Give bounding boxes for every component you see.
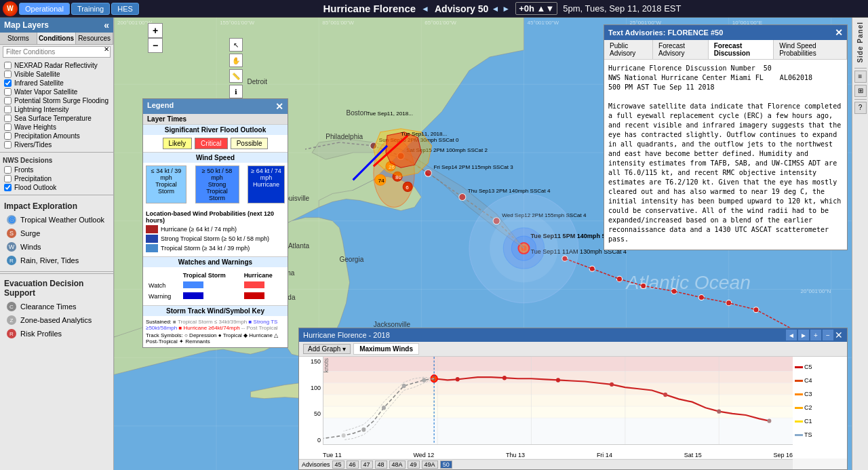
flood-possible-btn[interactable]: Possible (231, 138, 269, 149)
divider-2 (0, 195, 113, 195)
adv-45[interactable]: 45 (332, 461, 344, 469)
tab-forecast-advisory[interactable]: Forecast Advisory (653, 40, 709, 59)
ta-close-btn[interactable]: ✕ (835, 27, 843, 38)
filter-close[interactable]: ✕ (104, 45, 109, 53)
layer-surge-flooding[interactable]: Potential Storm Surge Flooding (3, 96, 111, 105)
warning-row: Warning (147, 292, 283, 301)
sp-btn-3[interactable]: ? (854, 102, 867, 114)
warning-label: Warning (147, 292, 180, 301)
nav-operational[interactable]: Operational (19, 3, 70, 15)
tab-resources[interactable]: Resources (76, 33, 113, 44)
datetime: 5pm, Tues, Sep 11, 2018 EST (563, 3, 681, 14)
tab-storms[interactable]: Storms (0, 33, 37, 44)
adv-46[interactable]: 46 (347, 461, 359, 469)
filter-input[interactable] (3, 46, 111, 58)
tab-public-advisory[interactable]: Public Advisory (604, 40, 653, 59)
prob-label: Location-based Wind Probabilities (next … (146, 210, 285, 224)
adv-50[interactable]: 50 (440, 461, 452, 469)
nav-hes[interactable]: HES (111, 3, 139, 15)
prob-hurricane-color (146, 225, 158, 233)
zoom-out-btn[interactable]: − (148, 38, 163, 53)
advisory-info: Advisory 50 ◄ ► (435, 3, 510, 14)
evac-risk-profiles[interactable]: R Risk Profiles (4, 327, 109, 340)
layer-flood-label: Flood Outlook (14, 184, 56, 191)
adv-49a[interactable]: 49A (422, 461, 438, 469)
flood-critical-btn[interactable]: Critical (195, 138, 228, 149)
risk-profiles-label: Risk Profiles (20, 330, 62, 338)
impact-winds[interactable]: W Winds (4, 240, 109, 254)
adv-48a[interactable]: 48A (389, 461, 406, 469)
select-tool[interactable]: ↖ (229, 38, 243, 52)
legend-close-btn[interactable]: ✕ (275, 101, 283, 112)
adv-48[interactable]: 48 (375, 461, 387, 469)
nws-decisions-header[interactable]: NWS Decisions (3, 155, 111, 165)
layer-lightning[interactable]: Lightning Intensity (3, 105, 111, 114)
info-tool[interactable]: ℹ (229, 85, 243, 98)
chart-zoom-out-btn[interactable]: − (823, 330, 833, 340)
layer-flood-outlook[interactable]: Flood Outlook (3, 183, 111, 192)
max-winds-tab[interactable]: Maximum Winds (353, 343, 419, 355)
time-offset[interactable]: +0h ▲▼ (515, 2, 557, 15)
app-logo[interactable]: W (3, 1, 18, 16)
layer-precip[interactable]: Precipitation Amounts (3, 132, 111, 140)
nav-training[interactable]: Training (71, 3, 110, 15)
ta-content[interactable]: Hurricane Florence Discussion Number 50 … (604, 60, 847, 250)
ta-title: Text Advisories: FLORENCE #50 (608, 28, 723, 37)
chart-prev-btn[interactable]: ◄ (786, 330, 797, 340)
layer-nws-precip[interactable]: Precipitation (3, 174, 111, 183)
layer-wave-label: Wave Heights (14, 123, 56, 131)
advisory-next[interactable]: ► (502, 4, 510, 14)
flood-likely-btn[interactable]: Likely (163, 138, 193, 149)
c5-color (795, 366, 803, 368)
tab-conditions[interactable]: Conditions (37, 33, 76, 44)
zone-analytics-label: Zone-based Analytics (20, 316, 92, 324)
layer-infrared[interactable]: Infrared Satellite (3, 79, 111, 87)
y-150: 150 (299, 358, 321, 365)
adv-47[interactable]: 47 (361, 461, 373, 469)
chart-zoom-in-btn[interactable]: + (810, 330, 821, 340)
rain-river-label: Rain, River, Tides (20, 256, 79, 265)
y-50: 50 (299, 410, 321, 417)
layer-fronts-label: Fronts (14, 166, 33, 174)
risk-profiles-icon: R (7, 329, 16, 338)
chart-next-btn[interactable]: ► (798, 330, 809, 340)
impact-surge[interactable]: S Surge (4, 227, 109, 240)
sp-btn-1[interactable]: ≡ (854, 71, 867, 83)
tab-forecast-discussion[interactable]: Forecast Discussion (709, 40, 774, 59)
impact-rain-river[interactable]: R Rain, River, Tides (4, 254, 109, 267)
x-wed12: Wed 12 (413, 452, 434, 458)
svg-text:200°001'00"W: 200°001'00"W (117, 20, 152, 26)
c2-label: C2 (804, 404, 812, 411)
chart-close-btn[interactable]: ✕ (835, 330, 843, 340)
layer-rivers[interactable]: Rivers/Tides (3, 140, 111, 149)
evac-clearance[interactable]: C Clearance Times (4, 300, 109, 313)
clearance-icon: C (7, 302, 16, 311)
layer-wave[interactable]: Wave Heights (3, 123, 111, 132)
layer-visible-satellite[interactable]: Visible Satellite (3, 70, 111, 79)
c4-label: C4 (804, 377, 812, 384)
measure-tool[interactable]: 📏 (229, 69, 243, 83)
collapse-sidebar-btn[interactable]: « (104, 20, 109, 31)
svg-point-95 (490, 214, 558, 283)
layer-sst[interactable]: Sea Surface Temperature (3, 114, 111, 123)
evac-zone-analytics[interactable]: Z Zone-based Analytics (4, 313, 109, 327)
storm-prev-arrow[interactable]: ◄ (421, 4, 429, 14)
adv-49[interactable]: 49 (408, 461, 420, 469)
layer-fronts[interactable]: Fronts (3, 165, 111, 174)
svg-text:45°001'00"W: 45°001'00"W (527, 20, 559, 26)
layer-water-vapor[interactable]: Water Vapor Satellite (3, 87, 111, 96)
pan-tool[interactable]: ✋ (229, 54, 243, 67)
impact-tropical-outlook[interactable]: 🌀 Tropical Weather Outlook (4, 213, 109, 227)
add-graph-btn[interactable]: Add Graph ▾ (303, 344, 351, 354)
track-key-section: Sustained: ■ Tropical Storm ≤ 34kt/39mph… (143, 316, 288, 347)
zoom-in-btn[interactable]: + (148, 23, 163, 38)
layer-nexrad[interactable]: NEXRAD Radar Reflectivity (3, 61, 111, 70)
svg-point-125 (361, 427, 366, 431)
chart-title: Hurricane Florence - 2018 (303, 331, 390, 339)
advisory-label: Advisory 50 (435, 3, 488, 14)
advisory-prev[interactable]: ◄ (491, 4, 499, 14)
text-advisory-panel: Text Advisories: FLORENCE #50 ✕ Public A… (604, 24, 848, 250)
sp-btn-2[interactable]: ⊞ (854, 85, 867, 97)
tab-wind-speed-prob[interactable]: Wind Speed Probabilities (774, 40, 847, 59)
watch-ts-swatch (183, 281, 203, 288)
